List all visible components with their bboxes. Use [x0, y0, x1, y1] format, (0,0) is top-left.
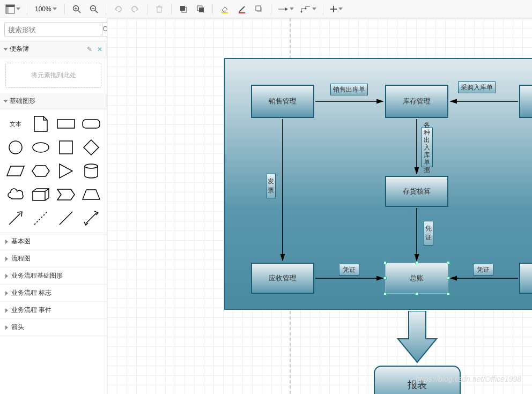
shape-circle[interactable] [5, 138, 25, 157]
shape-rect[interactable] [56, 115, 76, 133]
edit-icon[interactable]: ✎ [87, 46, 92, 53]
search-input[interactable] [4, 23, 102, 36]
category-arrows[interactable]: 箭头 [0, 319, 107, 336]
shape-line[interactable] [56, 209, 76, 227]
shape-diamond[interactable] [82, 138, 101, 157]
main-area: 便条簿 ✎ ✕ 将元素拖到此处 基础图形 文本 [0, 18, 532, 394]
shape-note[interactable] [31, 115, 50, 133]
shadow-button[interactable] [252, 2, 267, 17]
line-color-button[interactable] [234, 2, 249, 17]
shape-ellipse[interactable] [31, 138, 50, 157]
shape-parallelogram[interactable] [5, 162, 25, 180]
toolbar: 100% [0, 0, 532, 18]
svg-line-36 [60, 212, 72, 225]
svg-rect-18 [239, 12, 245, 13]
watermark: https://blog.csdn.net/Office1998 [416, 375, 521, 383]
sidebar-splitter[interactable] [107, 18, 109, 394]
scratchpad-title: 便条簿 [10, 44, 29, 54]
undo-button[interactable] [110, 2, 125, 17]
shape-hexagon[interactable] [31, 162, 50, 180]
connection-style-button[interactable] [276, 5, 296, 13]
chevron-down-icon [338, 8, 343, 10]
to-back-button[interactable] [193, 2, 208, 17]
category-bpmn-marks[interactable]: 业务流程 标志 [0, 285, 107, 302]
shape-arrow-ne[interactable] [5, 209, 25, 227]
svg-line-4 [78, 10, 80, 13]
zoom-value: 100% [35, 5, 51, 13]
to-front-button[interactable] [176, 2, 191, 17]
chevron-down-icon [53, 8, 57, 10]
svg-line-8 [95, 10, 98, 13]
svg-rect-29 [83, 120, 100, 128]
big-arrow[interactable] [397, 311, 438, 365]
shape-triangle[interactable] [56, 162, 76, 180]
view-selector[interactable] [3, 4, 23, 14]
shape-square[interactable] [56, 138, 76, 157]
category-basic[interactable]: 基本图 [0, 233, 107, 250]
svg-line-35 [34, 212, 47, 225]
close-icon[interactable]: ✕ [97, 46, 102, 53]
scratchpad-header[interactable]: 便条簿 ✎ ✕ [0, 41, 107, 57]
sidebar: 便条簿 ✎ ✕ 将元素拖到此处 基础图形 文本 [0, 18, 107, 394]
svg-rect-13 [180, 6, 185, 11]
basic-shapes-header[interactable]: 基础图形 [0, 93, 107, 109]
svg-point-33 [85, 164, 98, 168]
svg-point-31 [33, 143, 49, 152]
scratchpad-dropzone[interactable]: 将元素拖到此处 [5, 63, 101, 88]
svg-rect-28 [57, 120, 75, 128]
shape-roundrect[interactable] [82, 115, 101, 133]
shape-cloud[interactable] [5, 185, 25, 204]
svg-rect-10 [157, 7, 161, 12]
shape-step[interactable] [56, 185, 76, 204]
shape-double-arrow[interactable] [82, 209, 101, 227]
zoom-dropdown[interactable]: 100% [32, 5, 60, 13]
chevron-icon [4, 100, 8, 102]
diagram-edges [107, 18, 532, 394]
insert-button[interactable] [328, 5, 345, 13]
svg-rect-20 [256, 6, 261, 11]
canvas-wrap: 销售管理 库存管理 采购管理 存货核算 应收管理 总账 应付管理 报表 销售出库… [107, 18, 532, 394]
category-bpmn-basic[interactable]: 业务流程基础图形 [0, 267, 107, 285]
search-bar [0, 18, 107, 41]
svg-rect-32 [60, 141, 72, 154]
basic-shapes-title: 基础图形 [10, 96, 35, 106]
shape-categories: 基本图 流程图 业务流程基础图形 业务流程 标志 业务流程 事件 箭头 [0, 233, 107, 336]
redo-button[interactable] [128, 2, 143, 17]
shape-text[interactable]: 文本 [5, 115, 25, 133]
svg-rect-1 [6, 5, 14, 7]
svg-rect-17 [221, 12, 228, 13]
svg-point-30 [9, 141, 22, 154]
shape-cylinder[interactable] [82, 162, 101, 180]
fill-color-button[interactable] [217, 2, 232, 17]
chevron-down-icon [16, 8, 20, 10]
svg-line-34 [9, 213, 20, 225]
shape-trapezoid[interactable] [82, 185, 101, 204]
shape-dashed-line[interactable] [31, 209, 50, 227]
svg-rect-2 [6, 7, 9, 13]
svg-line-37 [86, 213, 97, 224]
chevron-down-icon [290, 8, 294, 10]
zoom-out-button[interactable] [86, 2, 101, 17]
category-flowchart[interactable]: 流程图 [0, 250, 107, 267]
shape-cube[interactable] [31, 185, 50, 204]
shape-palette: 文本 [0, 109, 107, 233]
canvas[interactable]: 销售管理 库存管理 采购管理 存货核算 应收管理 总账 应付管理 报表 销售出库… [107, 18, 532, 394]
svg-point-23 [305, 8, 306, 9]
zoom-in-button[interactable] [69, 2, 84, 17]
svg-rect-15 [199, 8, 204, 12]
delete-button[interactable] [152, 2, 167, 17]
waypoint-style-button[interactable] [298, 5, 319, 13]
category-bpmn-events[interactable]: 业务流程 事件 [0, 302, 107, 319]
svg-point-22 [300, 11, 302, 12]
chevron-down-icon [312, 8, 316, 10]
chevron-icon [4, 48, 8, 50]
